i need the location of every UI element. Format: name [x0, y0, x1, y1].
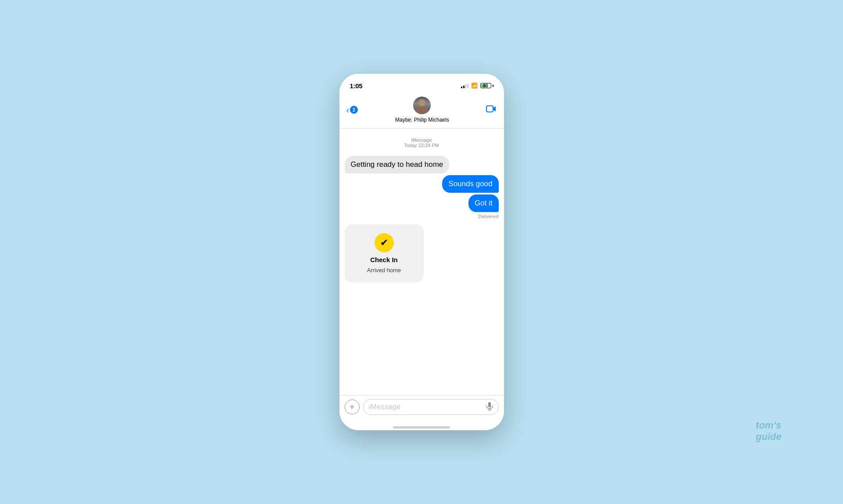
- incoming-bubble: Getting ready to head home: [345, 156, 450, 173]
- back-chevron-icon: ‹: [346, 105, 349, 114]
- video-call-button[interactable]: [486, 104, 497, 115]
- checkin-card[interactable]: ✔ Check In Arrived home: [345, 224, 424, 282]
- contact-name[interactable]: Maybe: Philip Michaels: [395, 117, 449, 123]
- svg-rect-0: [486, 106, 493, 112]
- checkin-icon: ✔: [375, 233, 394, 252]
- input-bar: + iMessage: [339, 395, 504, 424]
- status-time: 1:05: [350, 82, 363, 90]
- message-input[interactable]: iMessage: [369, 403, 486, 411]
- delivered-label: Delivered: [345, 214, 499, 219]
- message-row: Got it: [345, 194, 499, 212]
- add-attachment-button[interactable]: +: [345, 400, 360, 414]
- mic-icon[interactable]: [486, 402, 493, 413]
- nav-header: ‹ 2 Maybe: Philip Michaels: [339, 93, 504, 129]
- status-icons: 📶 50: [461, 83, 494, 89]
- messages-area: iMessage Today 12:24 PM Getting ready to…: [339, 129, 504, 395]
- message-row: Getting ready to head home: [345, 156, 499, 173]
- phone-frame: 1:05 📶 50 ‹ 2: [339, 74, 504, 430]
- timestamp-time: Today 12:24 PM: [404, 143, 439, 148]
- signal-icon: [461, 83, 468, 88]
- avatar[interactable]: [413, 97, 431, 114]
- outgoing-bubble-sounds-good: Sounds good: [442, 175, 498, 193]
- checkin-subtitle: Arrived home: [367, 267, 401, 274]
- svg-rect-1: [488, 402, 491, 407]
- back-badge: 2: [350, 106, 358, 114]
- back-button[interactable]: ‹ 2: [346, 105, 358, 114]
- checkin-row: ✔ Check In Arrived home: [345, 224, 499, 282]
- timestamp-service: iMessage: [411, 137, 432, 143]
- battery-icon: 50: [480, 83, 494, 88]
- message-input-container[interactable]: iMessage: [363, 399, 499, 415]
- timestamp-header: iMessage Today 12:24 PM: [339, 137, 504, 148]
- home-indicator: [339, 424, 504, 430]
- message-row: Sounds good: [345, 175, 499, 193]
- wifi-icon: 📶: [471, 83, 478, 89]
- outgoing-bubble-got-it: Got it: [468, 194, 499, 212]
- status-bar: 1:05 📶 50: [339, 74, 504, 93]
- checkin-title: Check In: [370, 256, 398, 263]
- watermark: tom's guide: [756, 420, 782, 443]
- contact-info: Maybe: Philip Michaels: [395, 97, 449, 123]
